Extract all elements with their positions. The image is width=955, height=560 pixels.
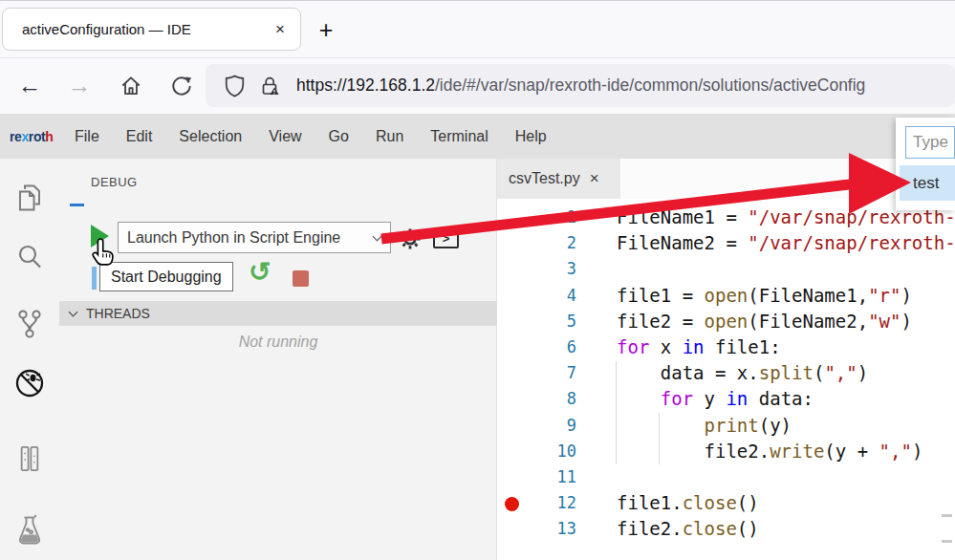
- menu-edit[interactable]: Edit: [126, 128, 153, 145]
- line-number[interactable]: 5: [497, 309, 576, 334]
- line-number[interactable]: 11: [497, 464, 576, 490]
- back-button[interactable]: ←: [13, 66, 46, 104]
- code-token: data:: [748, 388, 814, 409]
- code-token: [617, 415, 705, 436]
- editor-tab-name: csvTest.py: [509, 170, 580, 187]
- line-number[interactable]: 7: [497, 360, 576, 386]
- search-icon[interactable]: [0, 244, 59, 270]
- code-token: open: [705, 311, 749, 332]
- debug-panel-title: DEBUG: [91, 175, 138, 189]
- code-token: data = x.: [617, 362, 759, 383]
- quick-open-input[interactable]: [905, 126, 955, 159]
- code-lines: FileName1 = "/var/snap/rexroth-ideFileNa…: [617, 205, 955, 542]
- code-line: file2.write(y + ","): [617, 439, 955, 464]
- code-token: for: [661, 388, 693, 409]
- url-bar[interactable]: https://192.168.1.2/ide/#/var/snap/rexro…: [206, 64, 955, 107]
- menu-view[interactable]: View: [269, 128, 301, 145]
- gear-icon[interactable]: [399, 227, 422, 250]
- editor-tabstrip: csvTest.py ×: [497, 159, 955, 199]
- menu-selection[interactable]: Selection: [179, 128, 242, 145]
- tracking-shield-icon[interactable]: [223, 74, 247, 97]
- overview-ruler-mark: [942, 514, 952, 517]
- refresh-icon[interactable]: [169, 74, 194, 98]
- url-path: /ide/#/var/snap/rexroth-ide/common/solut…: [435, 75, 865, 95]
- code-token: "/var/snap/rexroth-ide: [748, 232, 955, 253]
- code-token: in: [726, 388, 748, 409]
- editor-tab[interactable]: csvTest.py ×: [497, 159, 620, 199]
- start-debugging-tooltip: Start Debugging: [99, 262, 233, 291]
- menu-file[interactable]: File: [75, 128, 99, 145]
- pause-icon[interactable]: [92, 267, 97, 290]
- code-token: print: [705, 415, 759, 436]
- menu-terminal[interactable]: Terminal: [430, 128, 488, 145]
- line-number[interactable]: 8: [497, 386, 576, 412]
- code-token: "w": [868, 311, 901, 332]
- ide-menubar: rexroth File Edit Selection View Go Run …: [0, 114, 955, 159]
- url-host: https://192.168.1.2: [296, 75, 435, 95]
- new-tab-button[interactable]: +: [312, 15, 340, 44]
- line-number[interactable]: 2: [497, 230, 576, 256]
- files-icon[interactable]: [0, 183, 59, 213]
- code-token: ): [901, 311, 911, 332]
- tab-close-icon[interactable]: ×: [590, 169, 599, 188]
- code-token: "r": [868, 285, 901, 306]
- code-token: x: [649, 336, 682, 357]
- activity-bar: [0, 159, 59, 560]
- home-icon[interactable]: [119, 74, 143, 98]
- test-flask-icon[interactable]: [0, 514, 59, 547]
- code-token: (): [737, 518, 759, 539]
- code-token: close: [683, 518, 737, 539]
- menu-go[interactable]: Go: [329, 128, 349, 145]
- line-number[interactable]: 10: [497, 439, 576, 464]
- tab-close-icon[interactable]: ×: [268, 17, 293, 42]
- line-number[interactable]: 1: [497, 205, 576, 230]
- quick-open-item-test[interactable]: test: [900, 165, 955, 201]
- code-token: file1:: [705, 336, 781, 357]
- code-token: y: [693, 388, 726, 409]
- lock-warning-icon[interactable]: [258, 74, 283, 98]
- debug-config-dropdown[interactable]: Launch Python in Script Engine: [118, 222, 391, 253]
- line-number[interactable]: 6: [497, 334, 576, 360]
- code-token: file1.: [617, 492, 683, 513]
- hardware-panels-icon[interactable]: [0, 442, 59, 475]
- editor-area: csvTest.py × 12345678910111213 FileName1…: [497, 159, 955, 560]
- stop-icon[interactable]: [293, 270, 309, 287]
- code-token: file2.: [617, 441, 770, 462]
- code-token: (FileName2,: [748, 311, 868, 332]
- code-token: write: [770, 441, 824, 462]
- menu-run[interactable]: Run: [376, 128, 403, 145]
- browser-window: activeConfiguration — IDE × + ← →: [0, 0, 955, 560]
- code-token: (): [737, 492, 759, 513]
- indent-guide: [659, 413, 660, 464]
- threads-label: THREADS: [86, 301, 150, 326]
- code-token: ): [912, 441, 922, 462]
- browser-tab-title: activeConfiguration — IDE: [22, 21, 268, 37]
- code-line: file1.close(): [617, 490, 955, 516]
- threads-section-header[interactable]: THREADS: [59, 301, 497, 326]
- code-token: (y +: [824, 441, 879, 462]
- code-line: file1 = open(FileName1,"r"): [617, 283, 955, 309]
- restart-icon[interactable]: ↺: [249, 256, 271, 288]
- code-token: [617, 388, 661, 409]
- code-token: open: [705, 285, 749, 306]
- breakpoint-icon[interactable]: [505, 497, 519, 511]
- line-number[interactable]: 13: [497, 516, 576, 542]
- code-token: in: [683, 336, 705, 357]
- code-token: close: [683, 492, 737, 513]
- quick-open-panel: test: [896, 118, 955, 210]
- code-line: for y in data:: [617, 386, 955, 412]
- debug-console-button[interactable]: >: [433, 228, 459, 248]
- browser-tab[interactable]: activeConfiguration — IDE ×: [2, 8, 301, 51]
- source-control-icon[interactable]: [0, 309, 59, 339]
- line-number[interactable]: 3: [497, 256, 576, 282]
- code-line: for x in file1:: [617, 334, 955, 360]
- menu-help[interactable]: Help: [515, 128, 547, 145]
- debug-active-indicator: [70, 204, 84, 206]
- code-line: file2 = open(FileName2,"w"): [617, 309, 955, 334]
- code-token: split: [759, 362, 814, 383]
- code-line: [617, 256, 955, 282]
- line-number[interactable]: 4: [497, 283, 576, 309]
- line-number[interactable]: 9: [497, 413, 576, 439]
- debug-disabled-icon[interactable]: [0, 368, 59, 398]
- debug-config-label: Launch Python in Script Engine: [127, 229, 340, 246]
